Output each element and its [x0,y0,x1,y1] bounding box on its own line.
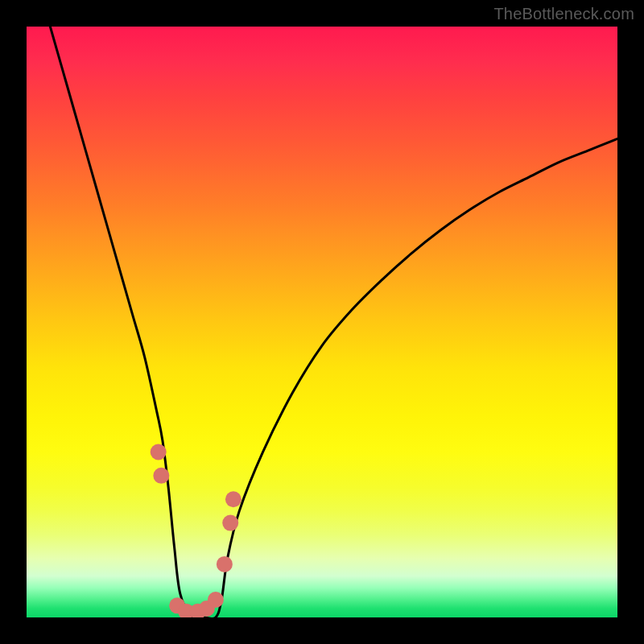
curve-marker [208,592,224,608]
plot-area [27,27,617,617]
chart-frame: TheBottleneck.com [0,0,644,644]
curve-marker [153,468,169,484]
curve-marker [222,515,238,531]
curve-markers [151,444,242,617]
curve-marker [225,491,242,507]
curve-marker [217,556,233,572]
watermark-text: TheBottleneck.com [493,5,634,23]
curve-layer [27,27,617,617]
bottleneck-curve [50,27,617,617]
curve-marker [151,444,167,460]
